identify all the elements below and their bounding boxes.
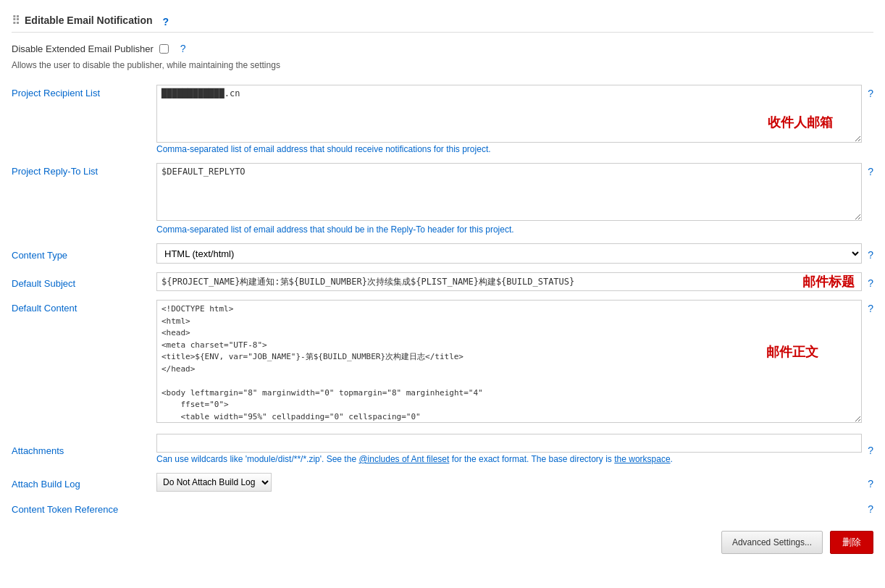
drag-handle-icon[interactable]: ⠿	[12, 14, 20, 28]
default-content-control: <!DOCTYPE html> <html> <head> <meta char…	[156, 300, 862, 425]
project-replyto-help-icon[interactable]: ?	[868, 166, 873, 177]
project-recipient-help-icon[interactable]: ?	[868, 88, 873, 99]
project-recipient-label: Project Recipient List	[12, 85, 156, 98]
content-type-select[interactable]: HTML (text/html) Plain Text (text/plain)…	[156, 243, 862, 264]
attachments-label: Attachments	[12, 442, 156, 456]
default-subject-control: ${PROJECT_NAME}构建通知:第${BUILD_NUMBER}次持续集…	[156, 272, 862, 291]
project-recipient-help: Comma-separated list of email address th…	[156, 144, 862, 154]
default-subject-row: Default Subject ${PROJECT_NAME}构建通知:第${B…	[12, 268, 873, 295]
project-recipient-row: Project Recipient List <span class="reda…	[12, 80, 873, 159]
attachments-help-link2[interactable]: the workspace	[614, 454, 670, 464]
project-recipient-input[interactable]: <span class="redacted-email"></span>.cn	[156, 85, 862, 143]
content-type-label: Content Type	[12, 247, 156, 261]
attach-build-log-inner: Do Not Attach Build Log Attach Build Log…	[156, 473, 862, 492]
project-recipient-control: <span class="redacted-email"></span>.cn …	[156, 85, 862, 154]
disable-extended-help-text: Allows the user to disable the publisher…	[12, 59, 873, 76]
page-container: ⠿ Editable Email Notification ? Disable …	[0, 0, 885, 588]
default-content-help-icon[interactable]: ?	[868, 303, 873, 314]
content-type-control: HTML (text/html) Plain Text (text/plain)…	[156, 243, 862, 264]
disable-extended-row: Disable Extended Email Publisher ?	[12, 38, 873, 59]
project-replyto-control: $DEFAULT_REPLYTO Comma-separated list of…	[156, 163, 862, 235]
attachments-help-suffix: .	[671, 454, 673, 464]
attach-build-log-control: Do Not Attach Build Log Attach Build Log…	[156, 473, 862, 492]
recipient-textarea-container: <span class="redacted-email"></span>.cn …	[156, 85, 862, 143]
default-subject-help-icon[interactable]: ?	[868, 277, 873, 289]
attach-build-log-select[interactable]: Do Not Attach Build Log Attach Build Log…	[156, 473, 272, 492]
attach-build-log-help-icon[interactable]: ?	[868, 478, 873, 490]
project-replyto-row: Project Reply-To List $DEFAULT_REPLYTO C…	[12, 159, 873, 239]
default-content-input[interactable]: <!DOCTYPE html> <html> <head> <meta char…	[156, 300, 862, 423]
attachments-row: Attachments Can use wildcards like 'modu…	[12, 429, 873, 469]
delete-button[interactable]: 删除	[830, 531, 873, 554]
section-title-text: Editable Email Notification	[25, 14, 153, 26]
project-replyto-label: Project Reply-To List	[12, 163, 156, 177]
attach-build-log-row: Attach Build Log Do Not Attach Build Log…	[12, 469, 873, 496]
attachments-help-icon[interactable]: ?	[868, 445, 873, 456]
footer-buttons: Advanced Settings... 删除	[12, 519, 873, 560]
disable-extended-checkbox[interactable]	[159, 44, 169, 54]
default-subject-input[interactable]: ${PROJECT_NAME}构建通知:第${BUILD_NUMBER}次持续集…	[156, 272, 862, 291]
attachments-help-link1[interactable]: @includes of Ant fileset	[358, 454, 449, 464]
advanced-settings-button[interactable]: Advanced Settings...	[721, 531, 823, 554]
attachments-help-prefix: Can use wildcards like 'module/dist/**/*…	[156, 454, 358, 464]
attach-build-log-label: Attach Build Log	[12, 476, 156, 490]
attachments-input[interactable]	[156, 434, 862, 453]
project-replyto-input[interactable]: $DEFAULT_REPLYTO	[156, 163, 862, 221]
attachments-control: Can use wildcards like 'module/dist/**/*…	[156, 434, 862, 464]
content-type-help-icon[interactable]: ?	[868, 249, 873, 261]
content-token-reference-help-icon[interactable]: ?	[868, 503, 873, 515]
disable-extended-help-icon[interactable]: ?	[180, 43, 186, 54]
content-token-reference-label: Content Token Reference	[12, 501, 156, 515]
attachments-help-text: Can use wildcards like 'module/dist/**/*…	[156, 454, 862, 464]
default-subject-label: Default Subject	[12, 275, 156, 289]
attachments-help-middle: for the exact format. The base directory…	[449, 454, 614, 464]
section-help-icon[interactable]: ?	[163, 16, 169, 28]
disable-extended-label: Disable Extended Email Publisher	[12, 43, 154, 54]
content-type-row: Content Type HTML (text/html) Plain Text…	[12, 239, 873, 268]
project-replyto-help: Comma-separated list of email address th…	[156, 224, 862, 235]
default-content-label: Default Content	[12, 300, 156, 314]
section-title: ⠿ Editable Email Notification ?	[12, 7, 873, 33]
default-content-row: Default Content <!DOCTYPE html> <html> <…	[12, 295, 873, 429]
content-token-reference-row: Content Token Reference ?	[12, 496, 873, 519]
